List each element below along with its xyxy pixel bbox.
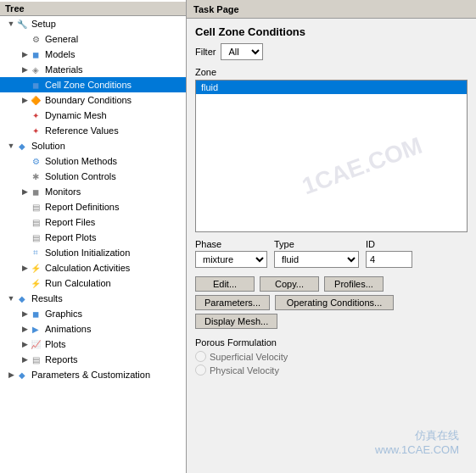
tree-item-boundary[interactable]: ▶🔶Boundary Conditions [0, 92, 186, 108]
tree-label-plots: Plots [45, 339, 65, 349]
operating-button[interactable]: Operating Conditions... [275, 295, 394, 310]
tree-label-report-definitions: Report Definitions [45, 202, 119, 212]
tree-icon-plots: 📈 [29, 337, 42, 351]
tree-label-boundary: Boundary Conditions [45, 95, 132, 105]
task-panel: Task Page Cell Zone Conditions Filter Al… [187, 0, 476, 473]
tree-item-solution-controls[interactable]: ✱Solution Controls [0, 169, 186, 184]
tree-label-graphics: Graphics [45, 309, 82, 319]
tree-icon-solution-methods: ⚙ [29, 154, 42, 168]
tree-arrow-boundary: ▶ [20, 96, 29, 104]
tree-icon-params-cust: ◆ [15, 368, 29, 381]
zone-list[interactable]: fluid [195, 80, 468, 232]
tree-arrow-params-cust: ▶ [7, 370, 15, 379]
tree-icon-reference-values: ✦ [29, 124, 42, 137]
tree-icon-results: ◆ [15, 292, 29, 305]
porous-formulation: Porous Formulation Superficial Velocity … [195, 337, 468, 378]
type-group: Type fluid solid [274, 239, 359, 268]
phase-group: Phase mixture [195, 239, 267, 268]
tree-arrow-materials: ▶ [20, 65, 29, 74]
tree-label-animations: Animations [45, 324, 91, 334]
tree-arrow-graphics: ▶ [20, 309, 29, 318]
tree-item-report-files[interactable]: ▤Report Files [0, 214, 186, 230]
phase-select[interactable]: mixture [195, 251, 267, 268]
tree-arrow-setup: ▼ [7, 19, 15, 28]
id-input[interactable] [366, 251, 412, 268]
tree-label-reference-values: Reference Values [45, 125, 119, 136]
tree-item-models[interactable]: ▶◼Models [0, 47, 186, 62]
radio-physical[interactable]: Physical Velocity [195, 364, 468, 376]
tree-item-results[interactable]: ▼◆Results [0, 291, 186, 306]
profiles-button[interactable]: Profiles... [324, 276, 384, 292]
tree-icon-report-plots: ▤ [29, 231, 42, 244]
tree-item-params-cust[interactable]: ▶◆Parameters & Customization [0, 367, 186, 382]
tree-icon-solution-controls: ✱ [29, 170, 42, 183]
tree-item-report-definitions[interactable]: ▤Report Definitions [0, 199, 186, 214]
filter-row: Filter All Fluid Solid [195, 43, 468, 60]
tree-item-cell-zone[interactable]: ◼Cell Zone Conditions [0, 77, 186, 92]
button-row-2: Parameters... Operating Conditions... [195, 295, 468, 310]
type-select[interactable]: fluid solid [274, 251, 359, 268]
tree-icon-calc-activities: ⚡ [29, 261, 42, 275]
tree-arrow-animations: ▶ [20, 325, 29, 333]
tree-item-solution-methods[interactable]: ⚙Solution Methods [0, 153, 186, 169]
tree-item-calc-activities[interactable]: ▶⚡Calculation Activities [0, 260, 186, 275]
tree-icon-run-calculation: ⚡ [29, 276, 42, 290]
zone-item-fluid[interactable]: fluid [196, 81, 467, 94]
tree-label-general: General [45, 34, 78, 44]
tree-label-setup: Setup [31, 19, 56, 29]
tree-label-report-plots: Report Plots [45, 232, 97, 242]
tree-icon-animations: ▶ [29, 322, 42, 336]
tree-label-solution-init: Solution Initialization [45, 248, 130, 258]
tree-icon-boundary: 🔶 [29, 93, 42, 107]
task-page-header: Task Page [187, 0, 476, 19]
tree-icon-graphics: ◼ [29, 307, 42, 320]
radio-superficial-input[interactable] [195, 351, 206, 362]
tree-item-animations[interactable]: ▶▶Animations [0, 321, 186, 337]
id-label: ID [366, 239, 412, 249]
tree-item-run-calculation[interactable]: ⚡Run Calculation [0, 275, 186, 291]
tree-label-solution-methods: Solution Methods [45, 156, 117, 166]
radio-physical-input[interactable] [195, 364, 206, 376]
tree-icon-monitors: ◼ [29, 185, 42, 198]
tree-item-monitors[interactable]: ▶◼Monitors [0, 184, 186, 199]
tree-item-materials[interactable]: ▶◈Materials [0, 62, 186, 77]
tree-arrow-monitors: ▶ [20, 187, 29, 196]
tree-label-calc-activities: Calculation Activities [45, 263, 130, 273]
tree-item-setup[interactable]: ▼🔧Setup [0, 16, 186, 31]
copy-button[interactable]: Copy... [260, 276, 319, 292]
tree-item-general[interactable]: ⚙General [0, 31, 186, 47]
tree-label-monitors: Monitors [45, 186, 81, 197]
tree-label-report-files: Report Files [45, 217, 95, 227]
tree-label-reports: Reports [45, 354, 78, 364]
edit-button[interactable]: Edit... [195, 276, 255, 292]
button-row-1: Edit... Copy... Profiles... [195, 276, 468, 292]
tree-item-solution-init[interactable]: ⌗Solution Initialization [0, 245, 186, 260]
tree-icon-general: ⚙ [29, 32, 42, 46]
tree-arrow-solution: ▼ [7, 142, 15, 150]
filter-select[interactable]: All Fluid Solid [221, 43, 263, 60]
tree-arrow-results: ▼ [7, 294, 15, 303]
tree-icon-solution-init: ⌗ [29, 246, 42, 259]
tree-icon-report-definitions: ▤ [29, 200, 42, 214]
radio-superficial[interactable]: Superficial Velocity [195, 351, 468, 362]
tree-icon-setup: 🔧 [15, 17, 29, 31]
tree-item-report-plots[interactable]: ▤Report Plots [0, 230, 186, 245]
tree-item-reports[interactable]: ▶▤Reports [0, 352, 186, 367]
tree-item-reference-values[interactable]: ✦Reference Values [0, 123, 186, 138]
tree-item-dynamic-mesh[interactable]: ✦Dynamic Mesh [0, 108, 186, 123]
tree-item-plots[interactable]: ▶📈Plots [0, 337, 186, 352]
display-mesh-button[interactable]: Display Mesh... [195, 314, 277, 329]
tree-panel: Tree ▼🔧Setup⚙General▶◼Models▶◈Materials◼… [0, 0, 187, 473]
tree-icon-materials: ◈ [29, 63, 42, 76]
tree-label-params-cust: Parameters & Customization [31, 370, 150, 380]
tree-icon-dynamic-mesh: ✦ [29, 109, 42, 122]
tree-icon-models: ◼ [29, 47, 42, 61]
task-content: Cell Zone Conditions Filter All Fluid So… [187, 19, 476, 473]
tree-icon-report-files: ▤ [29, 215, 42, 229]
radio-physical-label: Physical Velocity [210, 365, 279, 376]
parameters-button[interactable]: Parameters... [195, 295, 270, 310]
tree-item-graphics[interactable]: ▶◼Graphics [0, 306, 186, 321]
tree-item-solution[interactable]: ▼◆Solution [0, 138, 186, 153]
tree-label-results: Results [31, 293, 63, 303]
section-title: Cell Zone Conditions [195, 25, 468, 38]
